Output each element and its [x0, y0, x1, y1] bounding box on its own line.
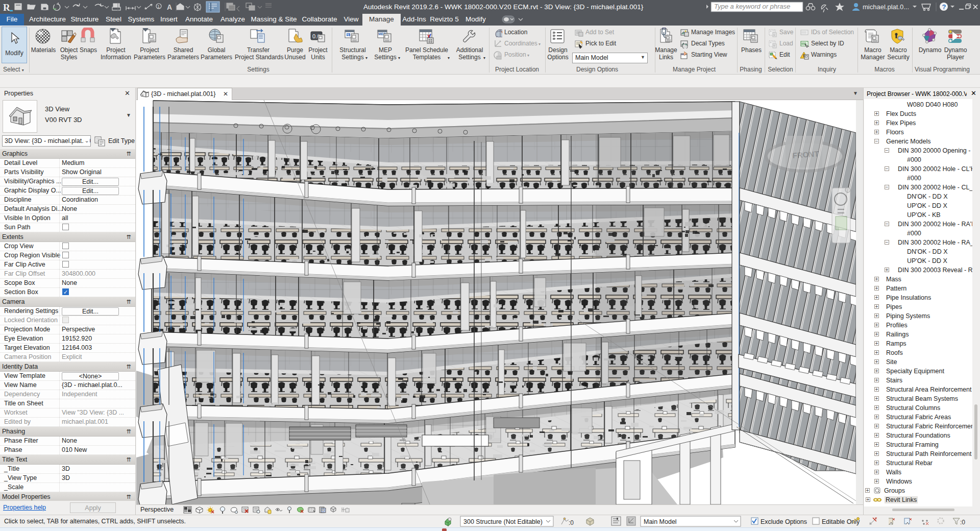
svg-text:?: ?: [942, 3, 946, 11]
svg-text:Autodesk Revit 2019.2.6 - WWK: Autodesk Revit 2019.2.6 - WWK 18002-000.…: [363, 3, 644, 11]
svg-text:5: 5: [347, 33, 349, 37]
svg-text:Exclude Options: Exclude Options: [761, 518, 807, 525]
svg-text:A: A: [167, 3, 172, 11]
svg-text:Editable Only: Editable Only: [822, 518, 860, 525]
svg-text:Main Model: Main Model: [644, 518, 677, 525]
svg-text:1: 1: [157, 4, 160, 9]
svg-text::0: :0: [960, 519, 965, 526]
svg-text::0: :0: [569, 519, 574, 526]
svg-text:300 Structure (Not Editable): 300 Structure (Not Editable): [463, 518, 543, 525]
svg-text:michael.plat.0...: michael.plat.0...: [863, 3, 909, 11]
svg-text:R: R: [3, 2, 10, 13]
svg-text:FRONT: FRONT: [792, 149, 819, 160]
svg-text:Type a keyword or phrase: Type a keyword or phrase: [714, 3, 790, 10]
